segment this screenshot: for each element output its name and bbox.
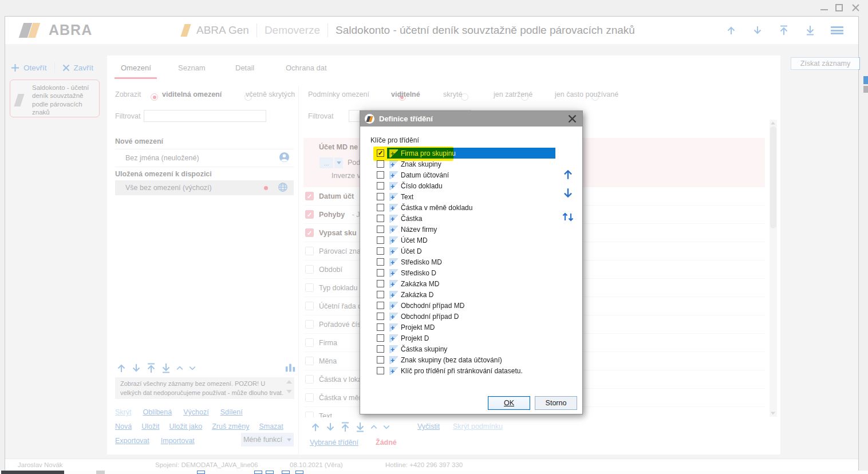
- sort-item-row[interactable]: Znak skupiny (bez data účtování): [370, 354, 555, 365]
- sort-item-row[interactable]: Obchodní případ D: [370, 311, 555, 322]
- taskbar-fragment: [197, 471, 205, 474]
- sort-checkbox[interactable]: [377, 193, 384, 200]
- sort-checkbox[interactable]: [377, 247, 384, 255]
- sort-item-label: Částka v měně dokladu: [401, 204, 472, 212]
- add-sort-icon[interactable]: [389, 356, 398, 364]
- sort-item-label: Klíč pro třídění při stránkování dataset…: [401, 367, 523, 375]
- sort-checkbox[interactable]: [377, 182, 384, 189]
- taskbar-fragment: [96, 471, 105, 474]
- sort-checkbox[interactable]: [377, 302, 384, 309]
- sort-item-label: Obchodní případ MD: [401, 302, 464, 310]
- edge-fragment: [863, 86, 868, 93]
- highlight-marker: [373, 147, 453, 161]
- sort-item-row[interactable]: Název firmy: [370, 224, 555, 235]
- sort-checkbox[interactable]: [377, 345, 384, 353]
- sort-item-row[interactable]: Klíč pro třídění při stránkování dataset…: [370, 365, 555, 376]
- sort-item-row[interactable]: Částka skupiny: [370, 343, 555, 354]
- taskbar-fragment: [1, 471, 64, 474]
- add-sort-icon[interactable]: [389, 323, 398, 331]
- sort-item-label: Částka: [401, 215, 422, 223]
- sort-item-label: Zakázka MD: [401, 280, 439, 288]
- sort-item-row[interactable]: Text: [370, 191, 555, 202]
- sort-item-label: Částka skupiny: [401, 345, 447, 353]
- taskbar-fragment: [254, 471, 262, 474]
- add-sort-icon[interactable]: [389, 171, 398, 179]
- sort-item-label: Znak skupiny (bez data účtování): [401, 356, 502, 364]
- ok-button[interactable]: OK: [488, 396, 530, 410]
- sort-item-row[interactable]: Středisko D: [370, 267, 555, 278]
- sort-checkbox[interactable]: [377, 367, 384, 374]
- abra-logo-icon: [365, 114, 374, 124]
- sort-item-row[interactable]: Zakázka MD: [370, 278, 555, 289]
- add-sort-icon[interactable]: [389, 215, 398, 223]
- taskbar-sliver: [0, 471, 868, 474]
- sort-item-label: Účet D: [401, 247, 422, 255]
- cancel-button[interactable]: Storno: [535, 396, 577, 410]
- add-sort-icon[interactable]: [389, 236, 398, 244]
- sort-move-up-icon[interactable]: [562, 168, 574, 181]
- sort-checkbox[interactable]: [377, 258, 384, 266]
- sort-item-row[interactable]: Částka: [370, 213, 555, 224]
- edge-fragment: [863, 76, 868, 84]
- sort-checkbox[interactable]: [377, 215, 384, 222]
- sort-checkbox[interactable]: [377, 160, 384, 168]
- sort-item-row[interactable]: Datum účtování: [370, 169, 555, 180]
- sort-checkbox[interactable]: [377, 323, 384, 331]
- sort-item-label: Číslo dokladu: [401, 182, 443, 190]
- sort-move-down-icon[interactable]: [562, 187, 574, 199]
- sort-checkbox[interactable]: [377, 269, 384, 276]
- add-sort-icon[interactable]: [389, 291, 398, 299]
- add-sort-icon[interactable]: [389, 193, 398, 201]
- sort-keys-list: Firma pro skupinu Znak skupiny Datum účt…: [370, 148, 555, 376]
- add-sort-icon[interactable]: [389, 313, 398, 321]
- sort-item-row[interactable]: Účet D: [370, 246, 555, 256]
- add-sort-icon[interactable]: [389, 226, 398, 234]
- ok-label: OK: [504, 399, 514, 407]
- close-icon[interactable]: [851, 3, 860, 12]
- add-sort-icon[interactable]: [389, 182, 398, 190]
- sort-checkbox[interactable]: [377, 313, 384, 320]
- sort-item-label: Znak skupiny: [401, 160, 441, 168]
- add-sort-icon[interactable]: [389, 345, 398, 353]
- sort-item-label: Text: [401, 193, 413, 201]
- dialog-titlebar[interactable]: Definice třídění: [360, 111, 582, 127]
- dialog-close-icon[interactable]: [568, 114, 577, 123]
- sort-item-row[interactable]: Středisko MD: [370, 256, 555, 267]
- sort-checkbox[interactable]: [377, 291, 384, 298]
- sort-item-label: Projekt D: [401, 334, 429, 342]
- sort-item-row[interactable]: Obchodní případ MD: [370, 300, 555, 311]
- sort-checkbox[interactable]: [377, 280, 384, 287]
- sort-item-row[interactable]: Účet MD: [370, 235, 555, 246]
- sort-item-row[interactable]: Částka v měně dokladu: [370, 202, 555, 213]
- sort-item-row[interactable]: Projekt D: [370, 333, 555, 343]
- sort-definition-dialog: Definice třídění Klíče pro třídění Firma…: [360, 110, 583, 414]
- desktop: ABRA ABRA Gen Demoverze Saldokonto - úče…: [0, 0, 868, 474]
- maximize-icon[interactable]: [835, 4, 843, 11]
- sort-item-row[interactable]: Zakázka D: [370, 289, 555, 300]
- add-sort-icon[interactable]: [389, 334, 398, 342]
- add-sort-icon[interactable]: [389, 247, 398, 255]
- taskbar-fragment: [266, 471, 274, 474]
- add-sort-icon[interactable]: [389, 160, 398, 168]
- sort-checkbox[interactable]: [377, 226, 384, 233]
- sort-item-row[interactable]: Projekt MD: [370, 322, 555, 333]
- taskbar-fragment: [295, 471, 303, 474]
- sort-item-row[interactable]: Číslo dokladu: [370, 180, 555, 191]
- sort-toggle-direction-icon[interactable]: [561, 211, 575, 223]
- sort-checkbox[interactable]: [377, 334, 384, 342]
- cancel-label: Storno: [546, 399, 567, 407]
- minimize-icon[interactable]: [820, 9, 828, 10]
- add-sort-icon[interactable]: [389, 204, 398, 212]
- sort-checkbox[interactable]: [377, 356, 384, 364]
- sort-checkbox[interactable]: [377, 236, 384, 244]
- add-sort-icon[interactable]: [389, 258, 398, 266]
- sort-item-row[interactable]: Firma pro skupinu: [370, 148, 555, 159]
- sort-checkbox[interactable]: [377, 171, 384, 179]
- sort-item-label: Obchodní případ D: [401, 313, 459, 321]
- sort-checkbox[interactable]: [377, 204, 384, 211]
- add-sort-icon[interactable]: [389, 280, 398, 288]
- add-sort-icon[interactable]: [389, 302, 398, 310]
- add-sort-icon[interactable]: [389, 367, 398, 375]
- add-sort-icon[interactable]: [389, 269, 398, 277]
- sort-item-label: Středisko MD: [401, 258, 442, 266]
